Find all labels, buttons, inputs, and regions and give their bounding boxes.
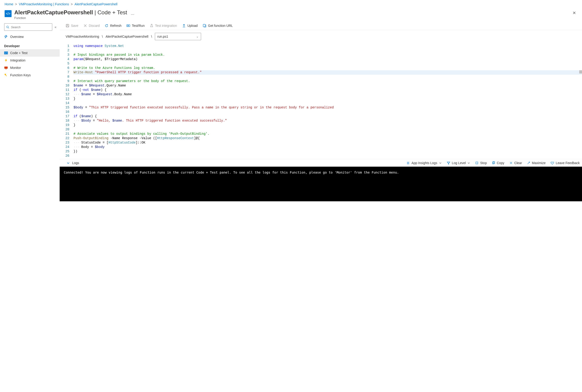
breadcrumb: Home > VMProactiveMonitoring | Functions…: [0, 0, 582, 8]
more-menu-button[interactable]: ···: [131, 12, 134, 17]
save-icon: [66, 24, 69, 28]
chevron-down-icon: [439, 162, 442, 164]
t: Push-OutputBinding: [74, 136, 108, 140]
sidebar-item-label: Overview: [10, 35, 24, 38]
t: param: [74, 57, 83, 61]
breadcrumb-app[interactable]: VMProactiveMonitoring | Functions: [19, 2, 69, 6]
button-label: Save: [71, 24, 78, 28]
t: $name: [81, 114, 91, 118]
svg-rect-4: [4, 66, 8, 69]
button-label: Test integration: [155, 24, 177, 28]
path-sep: \: [151, 35, 152, 38]
copy-button[interactable]: Copy: [492, 161, 504, 165]
button-label: Stop: [480, 161, 487, 165]
svg-rect-10: [66, 26, 68, 27]
t: $name: [74, 84, 83, 87]
svg-text:</>: </>: [4, 52, 8, 54]
t: -Value: [138, 136, 151, 140]
sidebar: « Overview Developer </> Code + Test Int…: [0, 22, 60, 201]
path-sep: \: [102, 35, 103, 38]
button-label: Get function URL: [208, 24, 233, 28]
title-view: Code + Test: [98, 9, 127, 16]
svg-point-0: [7, 26, 8, 28]
sidebar-search-input[interactable]: [11, 25, 50, 29]
t: ]::OK: [136, 141, 146, 144]
t: }: [74, 123, 75, 127]
test-run-icon: [126, 24, 130, 28]
maximize-button[interactable]: Maximize: [527, 161, 546, 165]
breadcrumb-home[interactable]: Home: [4, 2, 13, 6]
refresh-icon: [105, 24, 108, 28]
close-button[interactable]: ✕: [571, 10, 578, 16]
get-function-url-button[interactable]: Get function URL: [203, 24, 233, 28]
t: }): [74, 150, 78, 153]
test-integration-button[interactable]: Test integration: [150, 24, 177, 28]
heart-icon: [550, 161, 554, 165]
clear-button[interactable]: Clear: [510, 161, 522, 165]
t: -not: [81, 88, 91, 92]
leave-feedback-button[interactable]: Leave Feedback: [550, 161, 580, 165]
sidebar-item-integration[interactable]: Integration: [0, 57, 60, 64]
breadcrumb-fn[interactable]: AlertPacketCaptuePowershell: [75, 2, 118, 6]
code-editor[interactable]: 1 2 3 4 5 6 7 8 9 10 11 12 13 14 15 16 1…: [60, 43, 582, 159]
test-run-button[interactable]: Test/Run: [126, 24, 144, 28]
t: ····: [74, 119, 81, 122]
t: StatusCode = [: [81, 141, 109, 144]
t: $name: [91, 88, 101, 92]
t: (: [78, 88, 81, 92]
sidebar-search[interactable]: [4, 23, 52, 31]
t: =: [91, 119, 97, 122]
editor-scrollbar-thumb[interactable]: [579, 70, 582, 74]
button-label: Upload: [188, 24, 198, 28]
function-outline-icon: [4, 35, 8, 38]
path-segment-fn: AlertPacketCaptuePowershell: [106, 35, 148, 38]
list-icon: [406, 161, 410, 165]
sidebar-item-overview[interactable]: Overview: [0, 33, 60, 40]
svg-rect-20: [476, 162, 478, 164]
button-label: Maximize: [532, 161, 546, 165]
bolt-icon: [4, 58, 8, 62]
save-button[interactable]: Save: [66, 24, 78, 28]
t: =: [83, 84, 89, 87]
collapse-sidebar-button[interactable]: «: [54, 25, 56, 29]
svg-rect-9: [67, 24, 68, 25]
t: "PowerShell HTTP trigger function proces…: [95, 70, 202, 74]
t: Body =: [81, 145, 95, 149]
sidebar-item-code-test[interactable]: </> Code + Test: [0, 49, 60, 57]
refresh-button[interactable]: Refresh: [105, 24, 121, 28]
upload-button[interactable]: Upload: [182, 24, 198, 28]
t: if: [74, 114, 78, 118]
t: .Query.Name: [104, 84, 126, 87]
url-icon: [203, 24, 206, 28]
t: $Request: [97, 92, 112, 96]
logs-toggle[interactable]: Logs: [66, 161, 79, 165]
button-label: Log Level: [452, 161, 466, 165]
t: # Associate values to output bindings by…: [74, 132, 210, 136]
t: }: [74, 97, 75, 100]
t: $body: [74, 106, 83, 109]
discard-button[interactable]: Discard: [84, 24, 100, 28]
svg-rect-7: [5, 75, 7, 76]
logs-console[interactable]: Connected! You are now viewing logs of F…: [60, 167, 582, 201]
stop-icon: [475, 161, 478, 164]
app-insights-logs-button[interactable]: App Insights Logs: [406, 161, 442, 165]
file-select-dropdown[interactable]: run.ps1 ⌄: [155, 33, 201, 40]
clear-icon: [510, 161, 513, 164]
search-icon: [6, 26, 9, 29]
stop-button[interactable]: Stop: [475, 161, 487, 165]
button-label: Test/Run: [132, 24, 144, 28]
t: . This HTTP triggered function executed …: [122, 119, 227, 122]
t: $Request: [89, 84, 104, 87]
code-content[interactable]: using namespace System.Net # Input bindi…: [74, 44, 582, 158]
sidebar-item-function-keys[interactable]: Function Keys: [0, 72, 60, 79]
breadcrumb-sep: >: [71, 2, 72, 6]
t: .Body.Name: [112, 92, 132, 96]
page-title: AlertPacketCaptuePowershell | Code + Tes…: [14, 9, 127, 16]
sidebar-item-monitor[interactable]: Monitor: [0, 64, 60, 72]
t: ····: [74, 92, 81, 96]
code-test-icon: </>: [4, 51, 8, 55]
t: =: [91, 92, 97, 96]
log-level-button[interactable]: Log Level: [447, 161, 470, 165]
t: Response: [120, 136, 138, 140]
monitor-icon: [4, 66, 8, 70]
